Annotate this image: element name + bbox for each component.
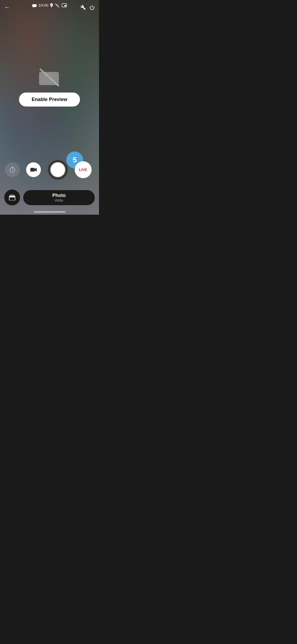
bottom-bar: Photo Wide — [0, 186, 99, 215]
controls-area: LIVE — [0, 159, 99, 180]
video-camera-icon — [30, 167, 37, 172]
status-right-icons — [81, 5, 95, 10]
svg-rect-4 — [64, 5, 66, 6]
svg-marker-15 — [35, 168, 37, 172]
back-button[interactable]: ← — [4, 4, 10, 11]
preview-area: Enable Preview — [0, 12, 99, 162]
live-button[interactable]: LIVE — [75, 161, 92, 178]
location-icon — [50, 3, 53, 7]
svg-rect-14 — [30, 168, 35, 172]
power-icon[interactable] — [89, 5, 95, 10]
video-mode-button[interactable] — [26, 162, 41, 177]
settings-wrench-icon[interactable] — [81, 5, 86, 10]
wifi-off-icon — [55, 3, 60, 7]
no-camera-icon — [38, 67, 62, 86]
gallery-icon — [9, 195, 16, 200]
mode-name-label: Photo — [52, 193, 66, 198]
svg-rect-0 — [32, 4, 36, 7]
screen-record-icon — [62, 3, 67, 7]
enable-preview-button[interactable]: Enable Preview — [19, 93, 80, 107]
svg-marker-1 — [36, 4, 37, 6]
svg-point-7 — [45, 74, 53, 83]
timer-icon — [9, 167, 16, 173]
status-bar: ← 1H:00 — [0, 0, 99, 12]
home-indicator — [34, 211, 65, 213]
shutter-inner-circle — [50, 162, 66, 178]
camera-status-icon — [32, 3, 37, 7]
mode-sub-label: Wide — [55, 198, 63, 203]
timer-button[interactable] — [5, 162, 20, 177]
status-center: 1H:00 — [32, 3, 67, 7]
status-time: 1H:00 — [39, 3, 48, 7]
mode-selector[interactable]: Photo Wide — [23, 190, 95, 205]
gallery-button[interactable] — [4, 190, 20, 205]
shutter-button[interactable] — [47, 159, 68, 180]
